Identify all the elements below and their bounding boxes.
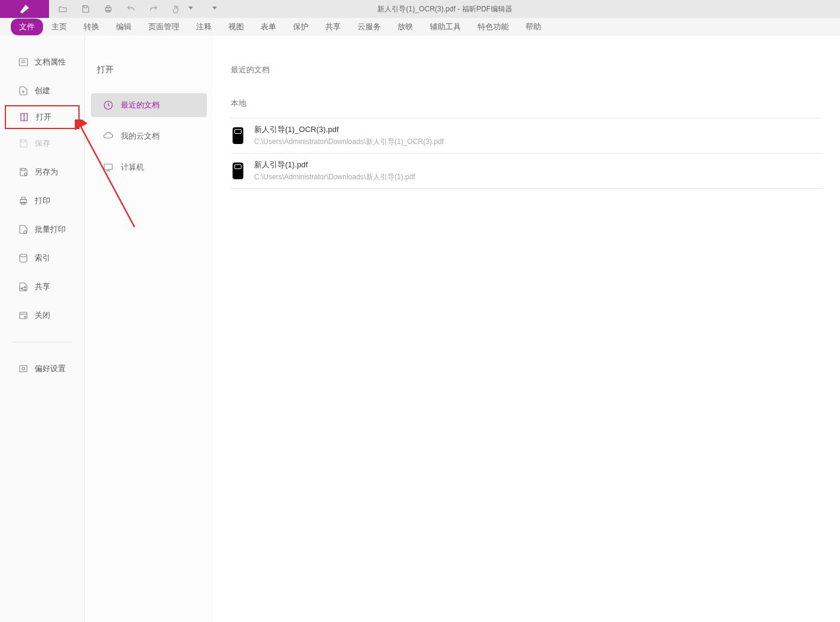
svg-point-12 bbox=[24, 231, 27, 234]
sidebar-item-save: 保存 bbox=[0, 129, 84, 158]
svg-rect-0 bbox=[105, 8, 111, 11]
sidebar-item-label: 批量打印 bbox=[35, 224, 66, 235]
saveas-icon bbox=[18, 167, 29, 177]
sidebar-item-label: 创建 bbox=[35, 85, 50, 96]
tab-convert[interactable]: 转换 bbox=[75, 19, 108, 35]
open-item-label: 我的云文档 bbox=[121, 131, 160, 142]
tab-share[interactable]: 共享 bbox=[317, 19, 349, 35]
tab-accessibility[interactable]: 辅助工具 bbox=[421, 19, 469, 35]
sidebar-item-label: 关闭 bbox=[35, 310, 50, 321]
svg-rect-3 bbox=[19, 59, 28, 66]
tab-page-manage[interactable]: 页面管理 bbox=[140, 19, 188, 35]
open-item-label: 计算机 bbox=[121, 162, 144, 173]
save-disabled-icon bbox=[18, 138, 29, 149]
redo-icon[interactable] bbox=[149, 4, 158, 14]
content-area: 最近的文档 本地 新人引导(1)_OCR(3).pdf C:\Users\Adm… bbox=[213, 36, 840, 622]
tab-file[interactable]: 文件 bbox=[11, 19, 43, 35]
document-info: 新人引导(1).pdf C:\Users\Administrator\Downl… bbox=[254, 160, 822, 182]
open-item-computer[interactable]: 计算机 bbox=[91, 155, 207, 179]
qat-dropdown-icon[interactable] bbox=[212, 7, 217, 11]
local-section-label: 本地 bbox=[231, 98, 822, 109]
sidebar-item-print[interactable]: 打印 bbox=[0, 186, 84, 215]
computer-icon bbox=[103, 162, 114, 173]
svg-line-18 bbox=[22, 289, 25, 290]
svg-rect-26 bbox=[104, 164, 112, 170]
print-icon[interactable] bbox=[103, 4, 113, 14]
file-sidebar: 文档属性 创建 打开 保存 另存为 打印 批量打印 索引 bbox=[0, 36, 85, 622]
quick-access-toolbar bbox=[49, 4, 217, 14]
open-item-recent[interactable]: 最近的文档 bbox=[91, 93, 207, 117]
tab-protect[interactable]: 保护 bbox=[285, 19, 317, 35]
ribbon-tabs: 文件 主页 转换 编辑 页面管理 注释 视图 表单 保护 共享 云服务 放映 辅… bbox=[0, 18, 840, 36]
recent-docs-title: 最近的文档 bbox=[231, 65, 822, 75]
properties-icon bbox=[18, 57, 29, 68]
document-list: 新人引导(1)_OCR(3).pdf C:\Users\Administrato… bbox=[231, 118, 822, 189]
sidebar-item-label: 打开 bbox=[36, 112, 51, 122]
sidebar-item-label: 偏好设置 bbox=[35, 363, 66, 374]
open-item-label: 最近的文档 bbox=[121, 100, 160, 111]
tab-edit[interactable]: 编辑 bbox=[108, 19, 140, 35]
pdf-file-icon bbox=[233, 127, 243, 144]
create-icon bbox=[18, 85, 29, 96]
svg-rect-23 bbox=[20, 366, 27, 372]
sidebar-item-label: 共享 bbox=[35, 281, 50, 292]
sidebar-item-properties[interactable]: 文档属性 bbox=[0, 48, 84, 76]
sidebar-item-label: 保存 bbox=[35, 138, 50, 149]
tab-view[interactable]: 视图 bbox=[220, 19, 252, 35]
document-path: C:\Users\Administrator\Downloads\新人引导(1)… bbox=[254, 172, 822, 182]
document-path: C:\Users\Administrator\Downloads\新人引导(1)… bbox=[254, 137, 822, 147]
open-icon bbox=[19, 112, 30, 122]
main-content: 文档属性 创建 打开 保存 另存为 打印 批量打印 索引 bbox=[0, 36, 840, 622]
titlebar: 新人引导(1)_OCR(3).pdf - 福昕PDF编辑器 bbox=[0, 0, 840, 18]
cloud-icon bbox=[103, 131, 114, 142]
tab-cloud[interactable]: 云服务 bbox=[349, 19, 389, 35]
svg-rect-1 bbox=[106, 6, 109, 8]
sidebar-divider bbox=[12, 342, 72, 342]
preferences-icon bbox=[18, 363, 29, 374]
svg-line-17 bbox=[22, 287, 25, 289]
open-panel-title: 打开 bbox=[85, 65, 213, 75]
hand-dropdown-icon[interactable] bbox=[188, 7, 193, 11]
undo-icon[interactable] bbox=[126, 4, 136, 14]
sidebar-item-label: 索引 bbox=[35, 253, 50, 263]
document-info: 新人引导(1)_OCR(3).pdf C:\Users\Administrato… bbox=[254, 124, 822, 147]
folder-open-icon[interactable] bbox=[58, 4, 68, 14]
sidebar-item-batchprint[interactable]: 批量打印 bbox=[0, 215, 84, 244]
tab-form[interactable]: 表单 bbox=[252, 19, 285, 35]
hand-icon[interactable] bbox=[172, 4, 181, 14]
sidebar-item-preferences[interactable]: 偏好设置 bbox=[0, 354, 84, 383]
svg-rect-9 bbox=[20, 200, 27, 203]
open-item-cloud[interactable]: 我的云文档 bbox=[91, 124, 207, 148]
svg-point-13 bbox=[20, 254, 27, 257]
app-logo bbox=[0, 0, 49, 18]
tab-features[interactable]: 特色功能 bbox=[469, 19, 517, 35]
save-icon[interactable] bbox=[81, 4, 90, 14]
close-menu-icon bbox=[18, 310, 29, 321]
svg-point-8 bbox=[25, 173, 28, 176]
sidebar-item-label: 文档属性 bbox=[35, 57, 66, 68]
tab-home[interactable]: 主页 bbox=[43, 19, 75, 35]
sidebar-item-share[interactable]: 共享 bbox=[0, 272, 84, 301]
print-menu-icon bbox=[18, 195, 29, 206]
tab-present[interactable]: 放映 bbox=[389, 19, 421, 35]
document-list-item[interactable]: 新人引导(1)_OCR(3).pdf C:\Users\Administrato… bbox=[231, 118, 822, 154]
pdf-file-icon bbox=[233, 163, 243, 179]
window-title: 新人引导(1)_OCR(3).pdf - 福昕PDF编辑器 bbox=[217, 4, 840, 14]
document-name: 新人引导(1).pdf bbox=[254, 160, 822, 170]
document-list-item[interactable]: 新人引导(1).pdf C:\Users\Administrator\Downl… bbox=[231, 154, 822, 189]
document-name: 新人引导(1)_OCR(3).pdf bbox=[254, 124, 822, 135]
tab-annotate[interactable]: 注释 bbox=[188, 19, 220, 35]
sidebar-item-open[interactable]: 打开 bbox=[5, 105, 80, 129]
sidebar-item-index[interactable]: 索引 bbox=[0, 244, 84, 272]
sidebar-item-label: 另存为 bbox=[35, 167, 58, 177]
share-menu-icon bbox=[18, 281, 29, 292]
sidebar-item-close[interactable]: 关闭 bbox=[0, 301, 84, 330]
tab-help[interactable]: 帮助 bbox=[517, 19, 549, 35]
svg-point-24 bbox=[22, 367, 25, 370]
sidebar-item-saveas[interactable]: 另存为 bbox=[0, 158, 84, 186]
index-icon bbox=[18, 253, 29, 263]
sidebar-item-label: 打印 bbox=[35, 195, 50, 206]
clock-icon bbox=[103, 100, 114, 111]
sidebar-item-create[interactable]: 创建 bbox=[0, 76, 84, 105]
open-panel: 打开 最近的文档 我的云文档 计算机 bbox=[85, 36, 213, 622]
